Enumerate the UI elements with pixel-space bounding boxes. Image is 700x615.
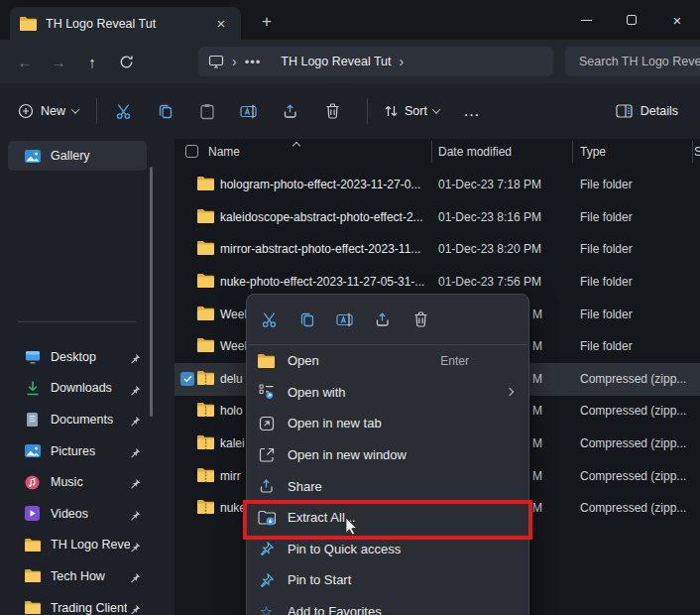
folder-icon <box>197 209 214 227</box>
table-row[interactable]: mirror-abstract-photo-effect-2023-11... … <box>175 233 700 266</box>
menu-item-open[interactable]: Open Enter <box>247 345 528 377</box>
chevron-down-icon <box>432 105 440 113</box>
up-button[interactable]: ↑ <box>75 47 109 76</box>
column-divider[interactable] <box>572 141 573 163</box>
sidebar-item-tech-how[interactable]: Tech How <box>8 560 147 592</box>
sort-button[interactable]: Sort <box>374 93 449 129</box>
column-divider[interactable] <box>692 141 693 163</box>
menu-item-pin-to-start[interactable]: Pin to Start <box>247 564 528 596</box>
zip-folder-icon <box>197 468 214 486</box>
share-button[interactable] <box>364 302 402 337</box>
file-type: File folder <box>580 210 633 224</box>
menu-item-label: Share <box>288 479 322 494</box>
menu-item-open-in-new-window[interactable]: Open in new window <box>247 439 528 471</box>
menu-shortcut: Enter <box>440 354 469 368</box>
file-type: File folder <box>580 275 633 289</box>
breadcrumb[interactable]: › ••• TH Logo Reveal Tut › <box>198 47 553 76</box>
column-header-size[interactable]: Size <box>694 145 700 159</box>
sidebar-item-th-logo-reveal[interactable]: TH Logo Revea <box>8 530 147 561</box>
sidebar-item-label: Music <box>51 475 83 489</box>
refresh-button[interactable] <box>109 47 143 76</box>
sidebar-item-pictures[interactable]: Pictures <box>8 435 147 467</box>
file-date: 01-Dec-23 8:20 PM <box>438 242 541 256</box>
pin-icon <box>130 569 141 587</box>
rename-button[interactable] <box>326 302 364 337</box>
file-name: hologram-photo-effect-2023-11-27-0... <box>220 178 420 191</box>
delete-button[interactable] <box>402 302 439 337</box>
sidebar-item-label: Tech How <box>51 569 105 583</box>
file-explorer-window: TH Logo Reveal Tut × + × ← → ↑ › ••• TH … <box>0 0 700 615</box>
cut-button[interactable] <box>251 302 289 337</box>
this-pc-icon <box>208 55 224 68</box>
sidebar-item-trading-client[interactable]: Trading Client <box>8 592 147 615</box>
column-header-date-modified[interactable]: Date modified <box>438 145 512 159</box>
file-date: 01-Dec-23 7:18 PM <box>438 178 541 191</box>
new-button[interactable]: New <box>6 93 90 129</box>
file-type: File folder <box>580 308 633 321</box>
sidebar-item-music[interactable]: Music <box>8 466 147 498</box>
chevron-right-icon: › <box>232 54 237 69</box>
search-input[interactable]: Search TH Logo Reveal Tut <box>565 47 700 76</box>
menu-item-label: Open in new tab <box>288 416 382 430</box>
breadcrumb-current-folder[interactable]: TH Logo Reveal Tut <box>281 55 391 68</box>
zip-folder-icon <box>197 435 214 453</box>
close-button[interactable]: × <box>654 0 700 40</box>
back-button[interactable]: ← <box>8 47 42 76</box>
table-row[interactable]: hologram-photo-effect-2023-11-27-0... 01… <box>175 169 700 201</box>
copy-button[interactable] <box>289 302 326 337</box>
share-button[interactable] <box>270 93 311 129</box>
tab-title: TH Logo Reveal Tut <box>46 17 211 31</box>
table-row[interactable]: kaleidoscope-abstract-photo-effect-2... … <box>175 201 700 234</box>
folder-icon <box>197 177 214 194</box>
sidebar-item-desktop[interactable]: Desktop <box>8 341 147 373</box>
documents-icon <box>24 411 41 428</box>
explorer-tab[interactable]: TH Logo Reveal Tut × <box>10 7 241 40</box>
file-date: 01-Dec-23 8:16 PM <box>438 210 541 224</box>
maximize-button[interactable] <box>609 0 654 40</box>
maximize-icon <box>627 15 637 25</box>
menu-item-add-to-favorites[interactable]: ☆ Add to Favorites <box>247 596 528 615</box>
share-icon <box>283 103 298 119</box>
menu-item-label: Open with <box>288 385 346 400</box>
sidebar-item-downloads[interactable]: Downloads <box>8 373 147 405</box>
column-divider[interactable] <box>431 141 432 163</box>
sidebar-item-documents[interactable]: Documents <box>8 404 147 435</box>
details-button[interactable]: Details <box>606 93 688 129</box>
paste-button[interactable] <box>186 93 228 129</box>
minimize-button[interactable] <box>563 0 609 40</box>
menu-item-open-in-new-tab[interactable]: Open in new tab <box>247 408 528 439</box>
sidebar-item-label: Trading Client <box>51 601 127 615</box>
row-checkbox-checked[interactable] <box>180 372 194 386</box>
file-name: kaleidoscope-abstract-photo-effect-2... <box>220 210 423 224</box>
sidebar-item-videos[interactable]: Videos <box>8 498 147 530</box>
context-menu-quick-actions <box>247 295 528 344</box>
see-more-button[interactable]: … <box>449 101 495 121</box>
rename-icon <box>240 104 258 119</box>
column-header-type[interactable]: Type <box>580 145 606 159</box>
navigation-pane: Gallery Desktop Downloads Documents <box>0 139 175 615</box>
menu-item-label: Add to Favorites <box>288 604 382 615</box>
zip-folder-icon <box>197 403 214 421</box>
tab-close-icon[interactable]: × <box>211 15 231 32</box>
pin-icon <box>257 571 276 589</box>
open-folder-icon <box>257 352 276 370</box>
music-icon <box>24 474 41 491</box>
sort-ascending-icon <box>292 142 300 150</box>
sidebar-item-label: Videos <box>51 507 88 521</box>
new-tab-button[interactable]: + <box>256 12 278 32</box>
breadcrumb-ellipsis[interactable]: ••• <box>245 55 262 69</box>
forward-button[interactable]: → <box>42 47 75 76</box>
copy-button[interactable] <box>145 93 186 129</box>
file-type: File folder <box>580 178 633 191</box>
scissors-icon <box>116 103 133 120</box>
menu-item-open-with[interactable]: Open with <box>247 377 528 409</box>
column-header-name[interactable]: Name <box>208 145 240 159</box>
menu-item-share[interactable]: Share <box>247 470 528 502</box>
cut-button[interactable] <box>103 93 145 129</box>
sidebar-item-gallery[interactable]: Gallery <box>8 141 147 171</box>
mouse-cursor <box>345 517 358 540</box>
pictures-icon <box>24 442 41 459</box>
select-all-checkbox[interactable] <box>185 145 198 158</box>
rename-button[interactable] <box>228 93 270 129</box>
delete-button[interactable] <box>311 93 353 129</box>
